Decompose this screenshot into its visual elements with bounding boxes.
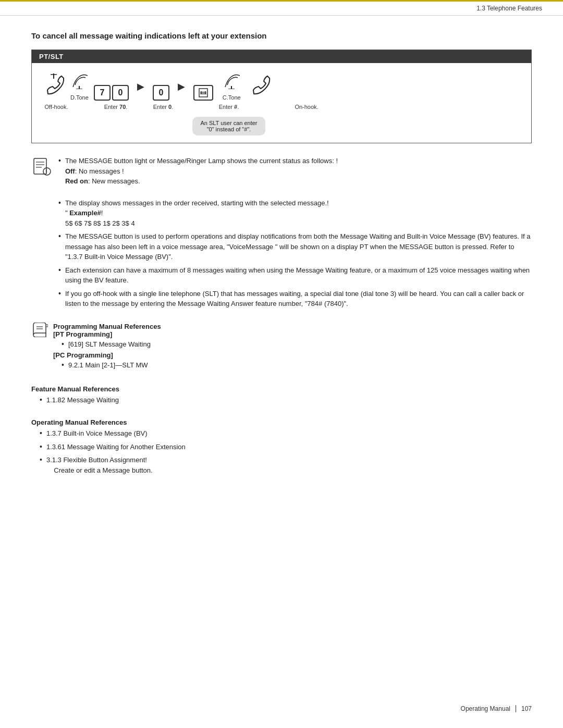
note-bullets: • The MESSAGE button light or Message/Ri…	[58, 156, 532, 190]
pc-programming-list: • 9.2.1 Main [2-1]—SLT MW	[62, 360, 161, 371]
key-7: 7	[94, 85, 111, 101]
dtone-icon	[71, 70, 88, 93]
svg-rect-11	[34, 158, 46, 174]
desc-enter0: Enter 0.	[150, 103, 177, 110]
operating-item-2: • 1.3.61 Message Waiting for Another Ext…	[40, 442, 532, 452]
note-section: ! • The MESSAGE button light or Message/…	[31, 156, 532, 190]
phone-onhook-icon	[248, 75, 271, 99]
key-0a: 0	[112, 85, 129, 101]
operating-item-3-text: 3.1.3 Flexible Button Assignment! Create…	[46, 455, 153, 475]
operating-item-1: • 1.3.7 Built-in Voice Message (BV)	[40, 428, 532, 439]
procedure-box: PT/SLT	[31, 50, 532, 143]
steps-desc-row: Off-hook. Enter 70. Enter 0. Enter #. A	[32, 101, 531, 135]
svg-rect-4	[199, 89, 207, 97]
pt-programming-list: • [619] SLT Message Waiting	[62, 339, 161, 350]
key-hash	[193, 85, 213, 101]
dtone-label: D.Tone	[70, 94, 89, 101]
feature-ref-title: Feature Manual References	[31, 385, 532, 393]
step-ctone: C.Tone	[223, 70, 241, 101]
bullet-item: • The MESSAGE button light or Message/Ri…	[58, 156, 532, 187]
pt-programming-label: [PT Programming]	[53, 330, 161, 338]
step-keyhash	[193, 85, 213, 101]
feature-ref-section: Feature Manual References • 1.1.82 Messa…	[31, 385, 532, 405]
pc-item-1-text: 9.2.1 Main [2-1]—SLT MW	[68, 360, 148, 371]
pt-item-1: • [619] SLT Message Waiting	[62, 339, 161, 350]
page-title: To cancel all message waiting indication…	[31, 31, 532, 40]
pt-item-1-text: [619] SLT Message Waiting	[68, 339, 151, 350]
step-key70: 7 0	[94, 85, 129, 101]
feature-item-1-text: 1.1.82 Message Waiting	[46, 395, 119, 405]
note-icon: !	[31, 157, 51, 180]
bullet-3: • The MESSAGE button is used to perform …	[58, 231, 532, 262]
ctone-label: C.Tone	[223, 94, 241, 101]
programming-ref-header: Programming Manual References [PT Progra…	[31, 323, 532, 372]
desc-on-hook: On-hook.	[292, 103, 321, 110]
bullet-4: • Each extension can have a maximum of 8…	[58, 265, 532, 286]
step-on-hook	[248, 75, 271, 101]
arrow-2: ▶	[178, 81, 185, 92]
phone-offhook-icon	[42, 72, 65, 99]
operating-ref-section: Operating Manual References • 1.3.7 Buil…	[31, 418, 532, 475]
additional-bullets: • The display shows messages in the orde…	[58, 198, 532, 309]
programming-ref-section: Programming Manual References [PT Progra…	[31, 323, 532, 372]
operating-ref-title: Operating Manual References	[31, 418, 532, 426]
footer-page: 107	[521, 705, 532, 712]
desc-enter70: Enter 70.	[97, 103, 134, 110]
footer-label: Operating Manual	[461, 705, 510, 712]
ctone-icon	[223, 70, 240, 93]
footer: Operating Manual 107	[0, 705, 563, 712]
section-label: 1.3 Telephone Features	[476, 5, 542, 12]
svg-text:!: !	[45, 169, 47, 175]
step-off-hook	[42, 72, 65, 101]
operating-item-3: • 3.1.3 Flexible Button Assignment! Crea…	[40, 455, 532, 475]
key-0b: 0	[153, 85, 169, 101]
pc-item-1: • 9.2.1 Main [2-1]—SLT MW	[62, 360, 161, 371]
step-dtone: D.Tone	[70, 70, 89, 101]
bullet-5: • If you go off-hook with a single line …	[58, 289, 532, 309]
procedure-header: PT/SLT	[32, 50, 531, 63]
key70-group: 7 0	[94, 85, 129, 101]
top-bar: 1.3 Telephone Features	[0, 0, 563, 16]
tooltip: An SLT user can enter "0" instead of "#"…	[192, 117, 265, 135]
desc-enter-hash: Enter #. An SLT user can enter "0" inste…	[192, 103, 265, 135]
desc-off-hook: Off-hook.	[42, 103, 70, 110]
programming-ref-title: Programming Manual References	[53, 323, 161, 330]
operating-item-1-text: 1.3.7 Built-in Voice Message (BV)	[46, 428, 148, 439]
tooltip-text: An SLT user can enter "0" instead of "#"…	[200, 120, 257, 132]
feature-item-1: • 1.1.82 Message Waiting	[40, 395, 532, 405]
pc-programming-label: [PC Programming]	[53, 351, 161, 359]
arrow-1: ▶	[137, 81, 144, 92]
steps-icon-row: D.Tone 7 0 ▶ 0 ▶	[32, 63, 531, 101]
footer-divider	[516, 705, 516, 712]
step-key0: 0	[153, 85, 169, 101]
bullet-2: • The display shows messages in the orde…	[58, 198, 532, 229]
programming-ref-icon	[31, 323, 48, 340]
operating-item-2-text: 1.3.61 Message Waiting for Another Exten…	[46, 442, 186, 452]
